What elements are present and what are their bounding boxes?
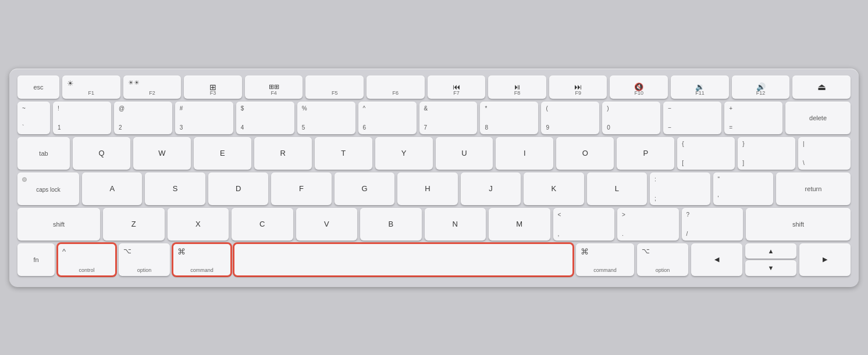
key-arrow-left[interactable]: ◀ [691,243,742,276]
key-3[interactable]: # 3 [175,102,233,134]
key-i[interactable]: I [496,137,553,170]
key-f6[interactable]: F6 [367,76,425,99]
key-f[interactable]: F [271,173,331,205]
key-w[interactable]: W [133,137,191,170]
key-f5[interactable]: F5 [305,76,364,99]
key-bracket-open[interactable]: { [ [677,137,735,170]
key-y[interactable]: Y [375,137,433,170]
key-r[interactable]: R [254,137,312,170]
key-t[interactable]: T [315,137,372,170]
key-f8[interactable]: ⏯ F8 [488,76,546,99]
key-v[interactable]: V [296,208,358,241]
asdf-row: caps lock A S D F G H J K L : ; " ' retu… [17,173,851,205]
key-delete[interactable]: delete [785,102,851,134]
key-f12[interactable]: 🔊 F12 [732,76,790,99]
key-equals[interactable]: + = [724,102,782,134]
key-f10[interactable]: 🔇 F10 [610,76,668,99]
key-c[interactable]: C [232,208,293,241]
key-a[interactable]: A [82,173,142,205]
key-bracket-close[interactable]: } ] [738,137,795,170]
key-d[interactable]: D [208,173,268,205]
key-slash[interactable]: ? / [682,208,744,241]
key-eject[interactable]: ⏏ [792,76,851,99]
key-f7[interactable]: ⏮ F7 [428,76,486,99]
zxcv-row: shift Z X C V B N M < , > . ? / shift [17,208,851,241]
key-z[interactable]: Z [103,208,165,241]
key-e[interactable]: E [194,137,251,170]
key-5[interactable]: % 5 [297,102,355,134]
key-u[interactable]: U [436,137,493,170]
key-g[interactable]: G [335,173,394,205]
key-arrow-up[interactable]: ▲ [745,243,796,259]
key-arrow-down[interactable]: ▼ [745,260,796,276]
key-return[interactable]: return [776,173,851,205]
key-s[interactable]: S [145,173,205,205]
key-f1[interactable]: ☀ F1 [62,76,120,99]
key-f9[interactable]: ⏭ F9 [549,76,607,99]
capslock-indicator [22,177,27,182]
num-row: ~ ` ! 1 @ 2 # 3 $ 4 % 5 ^ 6 & 7 [17,102,851,134]
fn-row: esc ☀ F1 ☀☀ F2 ⊞ F3 ⊞⊞ F4 F5 F6 ⏮ F7 ⏯ F… [17,76,851,99]
key-quote[interactable]: " ' [713,173,773,205]
key-backtick[interactable]: ~ ` [17,102,50,134]
key-capslock[interactable]: caps lock [17,173,79,205]
key-esc[interactable]: esc [17,76,59,99]
keyboard: esc ☀ F1 ☀☀ F2 ⊞ F3 ⊞⊞ F4 F5 F6 ⏮ F7 ⏯ F… [9,69,859,287]
key-b[interactable]: B [360,208,422,241]
key-p[interactable]: P [617,137,674,170]
key-f2[interactable]: ☀☀ F2 [123,76,182,99]
qwerty-row: tab Q W E R T Y U I O P { [ } ] | \ [17,137,851,170]
key-q[interactable]: Q [73,137,130,170]
key-minus[interactable]: − − [663,102,721,134]
key-period[interactable]: > . [617,208,679,241]
key-0[interactable]: ) 0 [602,102,660,134]
key-l[interactable]: L [587,173,647,205]
key-4[interactable]: $ 4 [236,102,294,134]
key-8[interactable]: * 8 [480,102,538,134]
key-option-left[interactable]: ⌥ option [119,243,170,276]
key-m[interactable]: M [489,208,550,241]
key-k[interactable]: K [524,173,584,205]
key-j[interactable]: J [461,173,521,205]
bottom-row: fn ^ control ⌥ option ⌘ command ⌘ comman… [17,243,851,276]
key-semicolon[interactable]: : ; [650,173,710,205]
key-comma[interactable]: < , [553,208,615,241]
key-n[interactable]: N [425,208,486,241]
key-o[interactable]: O [556,137,614,170]
key-f4[interactable]: ⊞⊞ F4 [245,76,303,99]
key-f3[interactable]: ⊞ F3 [184,76,242,99]
key-backslash[interactable]: | \ [798,137,851,170]
key-shift-left[interactable]: shift [17,208,100,241]
key-tab[interactable]: tab [17,137,70,170]
key-f11[interactable]: 🔉 F11 [671,76,729,99]
key-x[interactable]: X [168,208,229,241]
key-7[interactable]: & 7 [419,102,478,134]
key-space[interactable] [234,243,573,276]
key-h[interactable]: H [397,173,457,205]
key-command-left[interactable]: ⌘ command [173,243,231,276]
key-control[interactable]: ^ control [58,243,116,276]
key-option-right[interactable]: ⌥ option [637,243,688,276]
key-arrow-right[interactable]: ▶ [799,243,851,276]
key-command-right[interactable]: ⌘ command [576,243,634,276]
key-2[interactable]: @ 2 [114,102,172,134]
key-1[interactable]: ! 1 [53,102,111,134]
key-6[interactable]: ^ 6 [358,102,417,134]
key-shift-right[interactable]: shift [746,208,851,241]
key-9[interactable]: ( 9 [541,102,599,134]
key-fn[interactable]: fn [17,243,55,276]
